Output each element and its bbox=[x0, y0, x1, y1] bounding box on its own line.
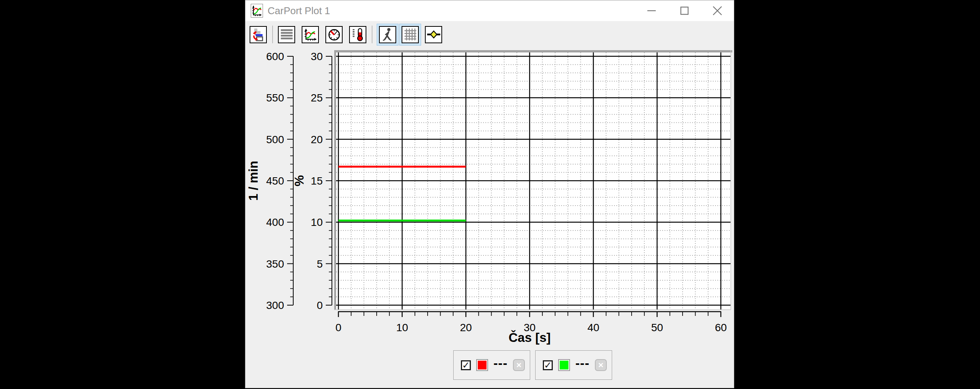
svg-text:25: 25 bbox=[311, 92, 323, 104]
svg-text:300: 300 bbox=[266, 299, 284, 311]
series-color-swatch[interactable] bbox=[476, 359, 488, 371]
toolbar-separator bbox=[272, 26, 273, 43]
svg-text:0: 0 bbox=[317, 299, 323, 311]
active-highlight bbox=[377, 24, 399, 46]
svg-text:500: 500 bbox=[266, 134, 284, 145]
svg-text:5: 5 bbox=[317, 258, 323, 270]
toolbar-button-thermometer-view[interactable] bbox=[349, 26, 366, 43]
grid-icon bbox=[403, 27, 418, 42]
chart: 0102030405060Čas [s]30035040045050055060… bbox=[245, 0, 734, 388]
svg-text:600: 600 bbox=[266, 51, 284, 62]
toolbar bbox=[250, 26, 442, 43]
toolbar-button-plot-view[interactable] bbox=[302, 26, 319, 43]
line-style-preview: --- bbox=[575, 356, 590, 371]
maximize-icon bbox=[680, 6, 689, 15]
svg-text:40: 40 bbox=[587, 322, 599, 333]
toolbar-button-marker-toggle[interactable] bbox=[425, 26, 442, 43]
svg-text:30: 30 bbox=[311, 51, 323, 62]
minimize-icon bbox=[647, 6, 656, 15]
window-controls bbox=[635, 0, 734, 21]
legend-item: ✓---✕ bbox=[453, 350, 530, 380]
close-icon bbox=[712, 6, 722, 16]
svg-text:550: 550 bbox=[266, 92, 284, 104]
series-visible-checkbox[interactable]: ✓ bbox=[461, 360, 471, 370]
desktop: { "window": { "title": "CarPort Plot 1",… bbox=[0, 0, 980, 389]
line-style-preview: --- bbox=[493, 356, 508, 371]
svg-text:Čas [s]: Čas [s] bbox=[508, 330, 550, 345]
toolbar-button-cursor-walker[interactable] bbox=[379, 26, 396, 43]
svg-text:60: 60 bbox=[715, 322, 727, 333]
toolbar-separator bbox=[372, 26, 372, 43]
plot-icon bbox=[303, 27, 318, 42]
series-color-swatch[interactable] bbox=[558, 359, 570, 371]
svg-text:%: % bbox=[292, 175, 306, 186]
gauge-icon bbox=[327, 27, 341, 42]
svg-text:350: 350 bbox=[266, 258, 284, 270]
app-icon bbox=[251, 4, 263, 18]
list-icon bbox=[279, 27, 294, 42]
remove-series-button[interactable]: ✕ bbox=[513, 359, 525, 371]
svg-text:10: 10 bbox=[396, 322, 408, 333]
svg-text:20: 20 bbox=[460, 322, 472, 333]
minimize-button[interactable] bbox=[635, 0, 668, 21]
svg-text:10: 10 bbox=[311, 216, 323, 228]
title-bar[interactable]: CarPort Plot 1 bbox=[245, 0, 734, 21]
active-highlight bbox=[399, 24, 421, 46]
svg-text:20: 20 bbox=[311, 134, 323, 145]
close-button[interactable] bbox=[701, 0, 734, 21]
toolbar-button-value-list[interactable] bbox=[278, 26, 295, 43]
diamond-marker-icon bbox=[426, 27, 441, 42]
window-title: CarPort Plot 1 bbox=[268, 0, 330, 21]
remove-series-button[interactable]: ✕ bbox=[595, 359, 607, 371]
series-visible-checkbox[interactable]: ✓ bbox=[543, 360, 553, 370]
data-transfer-icon bbox=[251, 27, 266, 42]
walking-person-icon bbox=[381, 27, 395, 42]
toolbar-button-grid-toggle[interactable] bbox=[402, 26, 419, 43]
svg-text:400: 400 bbox=[266, 216, 284, 228]
toolbar-button-gauge-view[interactable] bbox=[325, 26, 343, 43]
svg-text:15: 15 bbox=[311, 175, 323, 187]
maximize-button[interactable] bbox=[668, 0, 701, 21]
svg-text:450: 450 bbox=[266, 175, 284, 187]
svg-text:50: 50 bbox=[651, 322, 663, 333]
legend-item: ✓---✕ bbox=[535, 350, 612, 380]
thermometer-icon bbox=[351, 27, 365, 42]
toolbar-button-data-transfer[interactable] bbox=[250, 26, 267, 43]
svg-text:0: 0 bbox=[335, 322, 341, 333]
carport-plot-window: 0102030405060Čas [s]30035040045050055060… bbox=[245, 0, 734, 388]
svg-text:1 / min: 1 / min bbox=[246, 161, 260, 201]
